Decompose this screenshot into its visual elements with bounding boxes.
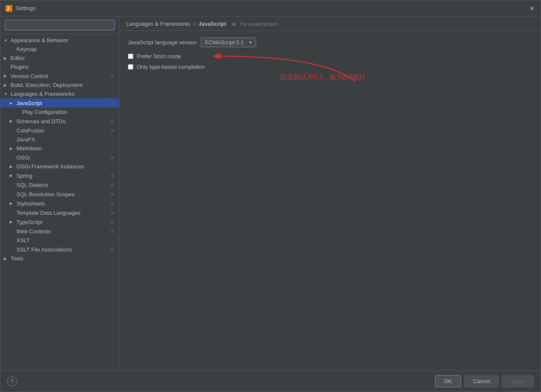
sidebar-item-plugins[interactable]: Plugins	[0, 62, 119, 71]
project-icon: ⊞	[109, 73, 116, 79]
close-button[interactable]: ✕	[529, 5, 536, 12]
sidebar-item-label: XSLT	[16, 237, 116, 243]
main-panel: Languages & Frameworks > JavaScript 🖥 Fo…	[119, 16, 541, 370]
language-version-row: JavaScript language version ECMAScript 5…	[128, 38, 532, 47]
sidebar-item-label: XSLT File Associations	[16, 246, 107, 253]
sidebar-item-stylesheets[interactable]: ▶ Stylesheets ⊞	[0, 199, 119, 208]
project-icon: ⊞	[109, 209, 116, 216]
sidebar-item-markdown[interactable]: ▶ Markdown	[0, 144, 119, 153]
sidebar-item-label: Stylesheets	[16, 200, 107, 207]
sidebar-item-web-contexts[interactable]: Web Contexts ⊞	[0, 227, 119, 236]
arrow-placeholder	[10, 192, 16, 196]
sidebar-item-label: Keymap	[16, 46, 116, 52]
project-icon: ⊞	[109, 118, 116, 124]
strict-mode-label: Prefer Strict mode	[137, 53, 181, 59]
dropdown-arrow-icon: ▼	[248, 40, 252, 45]
search-box	[0, 16, 119, 34]
project-icon: ⊞	[109, 181, 116, 188]
arrow-icon: ▶	[10, 101, 16, 105]
sidebar-item-label: Build, Execution, Deployment	[11, 82, 116, 88]
sidebar-item-xslt[interactable]: XSLT	[0, 236, 119, 245]
arrow-icon: ▶	[10, 173, 16, 178]
sidebar-item-play-configuration[interactable]: Play Configuration	[0, 108, 119, 116]
breadcrumb-project-icon: 🖥	[231, 22, 236, 27]
arrow-placeholder	[10, 155, 16, 160]
project-icon: ⊞	[109, 246, 116, 253]
sidebar-item-label: JavaFX	[16, 136, 116, 143]
strict-mode-row: Prefer Strict mode	[128, 53, 532, 59]
help-button[interactable]: ?	[7, 376, 17, 387]
arrow-icon: ▶	[4, 257, 10, 261]
sidebar-item-label: Version Control	[11, 73, 107, 79]
sidebar-item-label: Editor	[11, 55, 116, 61]
sidebar-item-osgi[interactable]: OSGi ⊞	[0, 153, 119, 162]
sidebar-item-editor[interactable]: ▶ Editor	[0, 54, 119, 62]
type-based-row: Only type-based completion	[128, 64, 532, 70]
arrow-icon: ▶	[10, 220, 16, 224]
sidebar-item-javafx[interactable]: JavaFX	[0, 135, 119, 144]
main-content: JavaScript language version ECMAScript 5…	[119, 31, 541, 370]
project-icon: ⊞	[109, 219, 116, 225]
arrow-placeholder	[10, 128, 16, 132]
search-input[interactable]	[5, 20, 115, 30]
sidebar-item-version-control[interactable]: ▶ Version Control ⊞	[0, 71, 119, 81]
sidebar-item-label: Schemas and DTDs	[16, 118, 107, 124]
language-version-label: JavaScript language version	[128, 39, 197, 46]
sidebar-item-schemas[interactable]: ▶ Schemas and DTDs ⊞	[0, 116, 119, 126]
strict-mode-checkbox[interactable]	[128, 54, 133, 59]
version-select-wrapper[interactable]: ECMAScript 5.1 ECMAScript 6 ▼	[201, 38, 256, 47]
sidebar-item-javascript[interactable]: ▶ JavaScript ⊞	[0, 98, 119, 108]
sidebar-item-sql-resolution[interactable]: SQL Resolution Scopes ⊞	[0, 189, 119, 199]
arrow-placeholder	[16, 110, 22, 114]
sidebar-item-template-data[interactable]: Template Data Languages ⊞	[0, 208, 119, 217]
cancel-button[interactable]: Cancel	[464, 375, 499, 387]
arrow-icon: ▶	[10, 165, 16, 169]
arrow-placeholder	[10, 211, 16, 215]
breadcrumb-project-label: For current project	[240, 22, 278, 27]
type-based-checkbox[interactable]	[128, 64, 133, 70]
sidebar-item-coldfusion[interactable]: ColdFusion ⊞	[0, 126, 119, 135]
sidebar-item-sql-dialects[interactable]: SQL Dialects ⊞	[0, 180, 119, 189]
breadcrumb-part1: Languages & Frameworks	[126, 21, 190, 27]
sidebar-item-label: Plugins	[11, 64, 116, 70]
type-based-label: Only type-based completion	[137, 64, 205, 70]
svg-text:J: J	[7, 6, 9, 11]
arrow-icon: ▼	[4, 38, 10, 43]
action-buttons: OK Cancel Apply	[435, 375, 534, 387]
project-icon: ⊞	[109, 200, 116, 207]
sidebar-item-label: SQL Dialects	[16, 182, 107, 188]
arrow-icon: ▶	[10, 119, 16, 123]
sidebar-item-typescript[interactable]: ▶ TypeScript ⊞	[0, 217, 119, 227]
main-content-area: ▼ Appearance & Behavior Keymap ▶ Editor …	[0, 16, 541, 370]
sidebar-item-label: OSGi	[16, 154, 107, 161]
sidebar-item-osgi-framework[interactable]: ▶ OSGi Framework Instances	[0, 162, 119, 171]
sidebar-item-build[interactable]: ▶ Build, Execution, Deployment	[0, 81, 119, 89]
sidebar-item-languages[interactable]: ▼ Languages & Frameworks	[0, 89, 119, 98]
arrow-placeholder	[10, 183, 16, 187]
breadcrumb: Languages & Frameworks > JavaScript 🖥 Fo…	[119, 16, 541, 31]
version-select[interactable]: ECMAScript 5.1 ECMAScript 6	[205, 39, 246, 46]
sidebar-item-label: Markdown	[16, 145, 116, 151]
sidebar-item-label: Tools	[11, 255, 116, 262]
project-icon: ⊞	[109, 154, 116, 161]
sidebar-item-xslt-file[interactable]: XSLT File Associations ⊞	[0, 245, 119, 254]
title-bar: J Settings ✕	[0, 0, 541, 16]
annotation-arrow-svg	[119, 31, 541, 370]
arrow-icon: ▼	[4, 92, 10, 96]
sidebar-item-label: JavaScript	[16, 100, 107, 106]
sidebar-item-appearance[interactable]: ▼ Appearance & Behavior	[0, 36, 119, 45]
sidebar-item-label: Languages & Frameworks	[11, 91, 116, 97]
sidebar-item-spring[interactable]: ▶ Spring ⊞	[0, 171, 119, 180]
sidebar-item-tools[interactable]: ▶ Tools	[0, 254, 119, 263]
project-scope-icon: ⊞	[109, 100, 116, 106]
arrow-placeholder	[10, 238, 16, 243]
sidebar-item-keymap[interactable]: Keymap	[0, 45, 119, 54]
ok-button[interactable]: OK	[435, 375, 461, 387]
arrow-icon: ▶	[4, 56, 10, 60]
arrow-placeholder	[10, 247, 16, 251]
sidebar-item-label: Web Contexts	[16, 228, 107, 235]
apply-button[interactable]: Apply	[502, 375, 534, 387]
annotation-text: 这里默认为5.1，改为6.0就好	[280, 73, 366, 82]
sidebar-item-label: Appearance & Behavior	[11, 37, 116, 43]
breadcrumb-separator: >	[193, 21, 196, 27]
